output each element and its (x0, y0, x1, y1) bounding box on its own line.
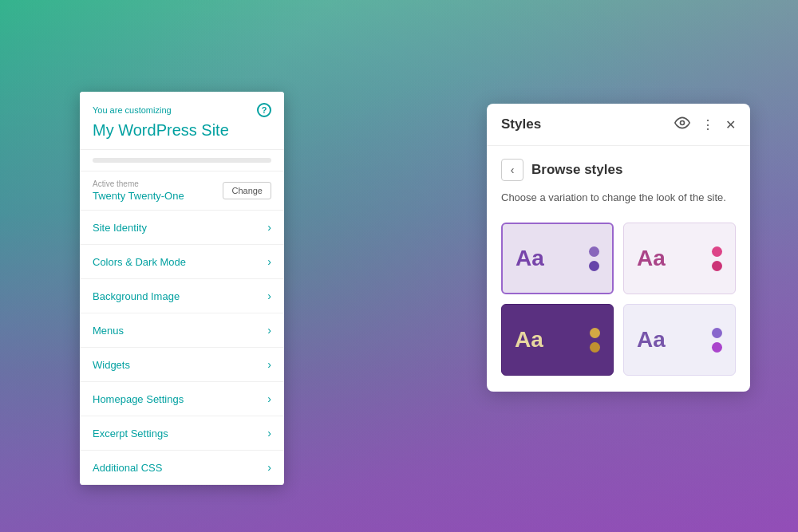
styles-title: Styles (501, 116, 541, 132)
style-dot-1 (589, 246, 599, 257)
menu-item-label: Background Image (93, 290, 180, 302)
style-card-pink-light[interactable]: Aa (623, 223, 736, 294)
menu-item-label: Menus (93, 325, 124, 337)
menu-item-label: Additional CSS (93, 462, 162, 474)
style-card-aa-label: Aa (637, 246, 666, 271)
style-dot-1 (590, 328, 600, 338)
eye-icon[interactable] (674, 115, 690, 134)
style-card-dots (590, 328, 600, 353)
styles-grid: Aa Aa Aa Aa (487, 216, 750, 392)
sidebar-item-additional-css[interactable]: Additional CSS › (80, 451, 284, 485)
menu-item-label: Site Identity (93, 222, 147, 234)
site-name: My WordPress Site (93, 120, 271, 140)
active-theme-label: Active theme (93, 179, 184, 188)
customizer-menu: Site Identity › Colors & Dark Mode › Bac… (80, 211, 284, 485)
customizer-header: You are customizing ? My WordPress Site (80, 92, 284, 150)
search-bar[interactable] (93, 158, 271, 163)
style-card-dots (589, 246, 599, 271)
menu-item-label: Colors & Dark Mode (93, 256, 186, 268)
style-card-aa-label: Aa (516, 246, 544, 271)
chevron-right-icon: › (267, 290, 271, 302)
menu-item-label: Widgets (93, 359, 130, 371)
help-icon[interactable]: ? (257, 103, 271, 117)
chevron-right-icon: › (267, 255, 271, 268)
browse-styles-row: ‹ Browse styles (487, 146, 750, 187)
style-dot-2 (712, 261, 722, 271)
sidebar-item-menus[interactable]: Menus › (80, 313, 284, 348)
sidebar-item-homepage-settings[interactable]: Homepage Settings › (80, 382, 284, 416)
style-dot-2 (589, 261, 599, 271)
svg-point-0 (681, 121, 685, 125)
active-theme-info: Active theme Twenty Twenty-One (93, 179, 184, 202)
style-dot-1 (712, 328, 722, 338)
active-theme-section: Active theme Twenty Twenty-One Change (80, 171, 284, 211)
back-button[interactable]: ‹ (501, 159, 523, 181)
customizing-label-row: You are customizing ? (93, 103, 271, 117)
style-card-purple-dark[interactable]: Aa (501, 304, 614, 376)
style-card-dots (712, 328, 722, 353)
style-dot-2 (712, 342, 722, 353)
menu-item-label: Excerpt Settings (93, 428, 168, 439)
chevron-right-icon: › (267, 221, 271, 234)
style-card-purple-light[interactable]: Aa (501, 223, 614, 294)
sidebar-item-widgets[interactable]: Widgets › (80, 348, 284, 382)
styles-panel: Styles ⋮ ✕ ‹ Browse styles Choose a vari… (487, 104, 750, 392)
chevron-right-icon: › (267, 324, 271, 337)
more-options-icon[interactable]: ⋮ (701, 117, 714, 132)
close-icon[interactable]: ✕ (725, 117, 736, 132)
style-dot-1 (712, 246, 722, 257)
styles-header-icons: ⋮ ✕ (674, 115, 736, 134)
browse-styles-title: Browse styles (531, 162, 622, 178)
style-card-aa-label: Aa (637, 327, 666, 353)
sidebar-item-excerpt-settings[interactable]: Excerpt Settings › (80, 416, 284, 451)
menu-item-label: Homepage Settings (93, 393, 184, 405)
style-dot-2 (590, 342, 600, 353)
sidebar-item-site-identity[interactable]: Site Identity › (80, 211, 284, 245)
customizing-text: You are customizing (93, 105, 172, 115)
change-theme-button[interactable]: Change (223, 182, 271, 199)
chevron-right-icon: › (267, 392, 271, 405)
style-card-lavender-light[interactable]: Aa (623, 304, 736, 376)
sidebar-item-colors-dark-mode[interactable]: Colors & Dark Mode › (80, 245, 284, 279)
style-card-aa-label: Aa (515, 327, 543, 353)
customizer-search (80, 150, 284, 171)
chevron-right-icon: › (267, 461, 271, 474)
style-card-dots (712, 246, 722, 271)
styles-header: Styles ⋮ ✕ (487, 104, 750, 146)
active-theme-name: Twenty Twenty-One (93, 190, 184, 202)
chevron-right-icon: › (267, 427, 271, 439)
styles-description: Choose a variation to change the look of… (487, 187, 750, 216)
chevron-right-icon: › (267, 358, 271, 371)
sidebar-item-background-image[interactable]: Background Image › (80, 279, 284, 313)
customizer-panel: You are customizing ? My WordPress Site … (80, 92, 284, 485)
